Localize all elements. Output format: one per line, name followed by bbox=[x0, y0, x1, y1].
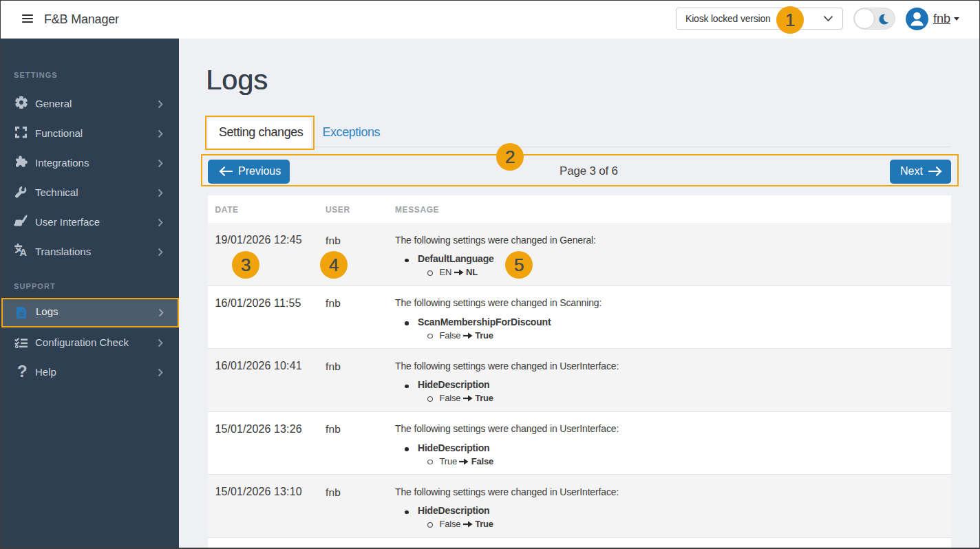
svg-text:?: ? bbox=[17, 365, 27, 379]
svg-text:A: A bbox=[19, 246, 27, 256]
